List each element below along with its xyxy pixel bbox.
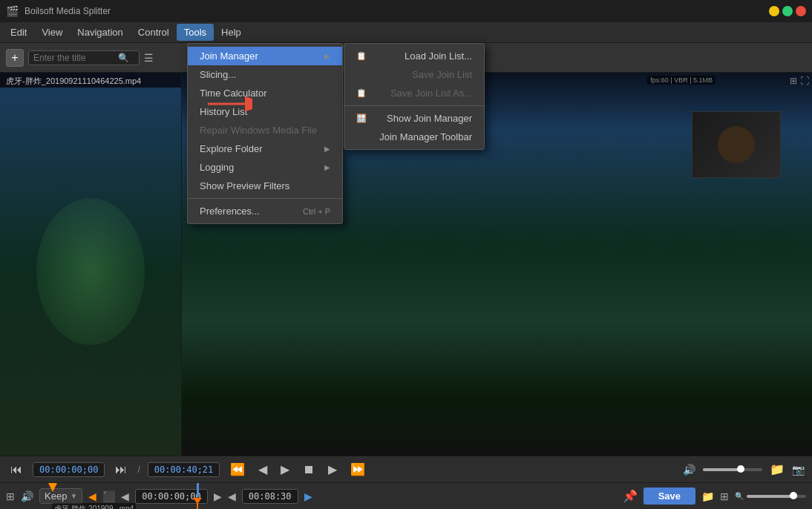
minimize-button[interactable] [769,6,779,16]
set-start-button[interactable]: ⬛ [102,490,115,502]
show-join-manager-label: Show Join Manager [387,113,472,124]
save-button[interactable]: Save [644,487,695,505]
menu-control[interactable]: Control [131,24,177,41]
current-time-display: 00:00:00;00 [33,462,105,477]
menu-history-list[interactable]: History List [188,102,342,121]
prev-mark-button[interactable]: ◀ [121,490,129,502]
open-folder-icon[interactable]: 📁 [770,462,785,476]
duration-display: 00:00:40;21 [148,462,220,477]
menu-show-preview-filters[interactable]: Show Preview Filters [188,177,342,195]
logging-label: Logging [200,162,234,173]
time-calculator-label: Time Calculator [200,88,267,99]
save-join-list-label: Save Join List [412,69,472,80]
menu-navigation[interactable]: Navigation [70,24,130,41]
menu-save-join-list-as: 📋 Save Join List As... [344,84,484,102]
snapshot-icon[interactable]: 📷 [792,464,805,476]
control-bar: ⏮ 00:00:00;00 ⏭ / 00:00:40;21 ⏪ ◀ ▶ ⏹ ▶ … [0,456,812,482]
search-box: 🔍 [28,50,140,65]
app-logo: 🎬 [6,5,19,17]
title-bar-left: 🎬 Boilsoft Media Splitter [6,5,111,17]
menu-load-join-list[interactable]: 📋 Load Join List... [344,47,484,65]
pin-icon[interactable]: 📌 [623,489,638,503]
save-join-list-as-icon: 📋 [356,88,367,98]
search-icon[interactable]: 🔍 [118,53,129,63]
layout-icon[interactable]: ⊞ [6,490,15,502]
open-file-icon[interactable]: 📁 [701,490,714,502]
join-submenu-separator [344,105,484,106]
time-separator: / [137,464,140,475]
volume-icon[interactable]: 🔊 [683,464,695,476]
menu-explore-folder[interactable]: Explore Folder ▶ [188,139,342,158]
join-manager-toolbar-label: Join Manager Toolbar [379,131,472,142]
end-time-display: 00:08:30 [242,489,298,504]
expand-icon[interactable]: ⊞ [790,76,797,86]
list-icon[interactable]: ☰ [144,52,154,64]
next-mark-button[interactable]: ▶ [214,490,222,502]
play-button[interactable]: ▶ [278,461,292,478]
menu-join-manager[interactable]: Join Manager ▶ [188,47,342,65]
search-input[interactable] [33,53,115,63]
zoom-icon[interactable]: ⊞ [720,490,729,502]
thumbnail-preview: 虎牙-胖炸_20190921110464225.mp4 [0,73,181,456]
menu-save-join-list: 📋 Save Join List [344,65,484,84]
menu-edit[interactable]: Edit [3,24,34,41]
maximize-button[interactable] [782,6,793,16]
title-bar-controls[interactable] [769,6,806,16]
next-frame-button[interactable]: ⏩ [347,461,368,478]
menu-tools[interactable]: Tools [177,24,214,41]
repair-windows-media-label: Repair Windows Media File [200,125,317,136]
show-preview-filters-label: Show Preview Filters [200,180,289,191]
menu-repair-windows-media: Repair Windows Media File [188,121,342,139]
frame-forward-button[interactable]: ▶ [325,461,340,478]
title-bar: 🎬 Boilsoft Media Splitter [0,0,812,22]
fullscreen-icon[interactable]: ⛶ [800,76,809,86]
prev-frame-button[interactable]: ⏪ [227,461,248,478]
history-list-label: History List [200,106,247,117]
menu-logging[interactable]: Logging ▶ [188,158,342,177]
menu-show-join-manager[interactable]: 🪟 Show Join Manager [344,109,484,128]
submenu-arrow-icon: ▶ [324,52,330,60]
volume-slider[interactable] [703,468,762,471]
close-button[interactable] [796,6,806,16]
menu-slicing[interactable]: Slicing... [188,65,342,84]
stop-button[interactable]: ⏹ [300,462,318,478]
playhead-marker[interactable] [197,483,199,498]
menu-separator [188,198,342,199]
next-mark2-button[interactable]: ▶ [304,490,312,502]
zoom-slider[interactable] [747,495,806,498]
join-manager-submenu: 📋 Load Join List... 📋 Save Join List 📋 S… [344,43,485,150]
menu-help[interactable]: Help [214,24,249,41]
explore-folder-arrow-icon: ▶ [324,145,330,153]
logging-arrow-icon: ▶ [324,163,330,171]
preferences-label: Preferences... [200,206,260,217]
save-join-list-as-label: Save Join List As... [390,88,472,99]
menu-time-calculator[interactable]: Time Calculator [188,84,342,102]
menu-join-manager-toolbar[interactable]: 🪟 Join Manager Toolbar [344,128,484,146]
frame-back-button[interactable]: ◀ [255,461,270,478]
playhead-line[interactable] [197,498,198,509]
menu-preferences[interactable]: Preferences... Ctrl + P [188,202,342,220]
audio-icon[interactable]: 🔊 [21,490,33,502]
menu-view[interactable]: View [34,24,70,41]
prev-segment-button[interactable]: ⏮ [7,462,25,478]
prev-mark2-button[interactable]: ◀ [228,490,236,502]
show-join-manager-icon: 🪟 [356,114,367,123]
app-title: Boilsoft Media Splitter [24,6,111,16]
preferences-shortcut: Ctrl + P [303,207,330,216]
dropdown-arrow-icon: ▼ [70,492,77,500]
load-join-list-icon: 📋 [356,51,367,61]
track-filename: 虎牙-胖炸 201909...mp4 [52,503,136,509]
load-join-list-label: Load Join List... [405,50,472,62]
left-panel: 虎牙-胖炸_20190921110464225.mp4 [0,73,182,456]
zoom-slider-label: 🔍 [735,492,744,500]
slicing-label: Slicing... [200,69,236,80]
explore-folder-label: Explore Folder [200,143,263,154]
menu-bar: Edit View Navigation Control Tools Help [0,22,812,43]
add-button[interactable]: + [6,49,24,67]
keep-dropdown[interactable]: Keep ▼ [39,488,82,504]
keep-label: Keep [45,490,67,502]
join-manager-label: Join Manager [200,50,258,62]
next-segment-button[interactable]: ⏭ [112,462,130,478]
start-cut-marker[interactable]: ◀ [88,490,96,502]
tools-dropdown: Join Manager ▶ Slicing... Time Calculato… [187,43,343,224]
